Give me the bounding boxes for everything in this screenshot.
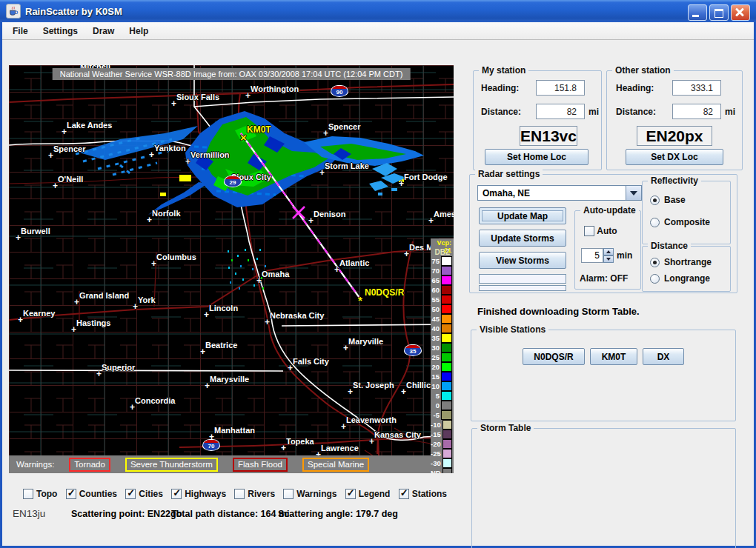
menu-settings[interactable]: Settings [36,24,85,39]
city-label: +Falls City [293,357,329,366]
city-name: St. Joseph [353,381,394,390]
layer-checkbox-highways[interactable]: Highways [171,489,226,499]
close-button[interactable] [731,4,750,21]
legend-value: 20 [431,363,440,371]
minimize-button[interactable] [688,4,707,21]
interstate-number: 90 [331,89,348,96]
legend-swatch [441,285,452,295]
station-label: *N0DQS/R [365,287,404,298]
update-map-button[interactable]: Update Map [479,207,566,224]
city-label: +Burwell [21,227,50,235]
spinner-down-icon[interactable] [603,255,614,263]
station-callsign: N0DQS/R [365,287,404,298]
legend-value: 10 [431,382,440,390]
city-name: Columbus [156,253,196,261]
checkbox-icon[interactable] [23,489,33,499]
city-label: +Manhattan [214,426,255,435]
spinner-up-icon[interactable] [603,248,614,255]
layer-checkbox-topo[interactable]: Topo [23,489,57,499]
visible-station-button-km0t[interactable]: KM0T [590,348,637,365]
radio-longrange[interactable]: Longrange [650,273,710,284]
city-label: +Concordia [135,396,175,405]
city-marker-icon: + [62,127,67,137]
checkbox-icon[interactable] [345,489,356,499]
other-grid-square[interactable]: EN20px [637,126,712,146]
city-name: Nebraska City [270,311,324,320]
city-name: Storm Lake [325,161,369,170]
layer-checkbox-counties[interactable]: Counties [66,489,117,499]
legend-swatch [441,324,452,333]
view-storms-button[interactable]: View Storms [479,252,566,269]
other-heading-label: Heading: [616,83,654,93]
layer-label: Warnings [296,489,336,499]
city-marker-icon: + [96,369,102,379]
city-label: +Leavenworth [346,415,397,424]
legend-value: ND [431,469,441,473]
layer-checkbox-cities[interactable]: Cities [125,489,163,499]
radar-map[interactable]: National Weather Service WSR-88D Image f… [9,65,454,473]
title-bar[interactable]: RainScatter by K0SM [0,0,756,22]
menu-draw[interactable]: Draw [85,24,122,39]
other-distance-field[interactable]: 82 [672,104,721,119]
checkbox-icon[interactable] [171,489,182,499]
legend-value: 35 [431,334,440,342]
radio-label: Shortrange [664,257,712,267]
radio-icon[interactable] [650,258,660,267]
set-dx-loc-button[interactable]: Set DX Loc [626,149,723,165]
checkbox-icon[interactable] [399,489,409,499]
other-heading-field[interactable]: 333.1 [672,80,721,96]
auto-checkbox[interactable] [584,226,594,236]
city-marker-icon: + [308,215,314,226]
city-label: +Kearney [23,309,55,318]
city-marker-icon: + [149,150,154,160]
spinner-arrows[interactable] [603,248,614,263]
city-label: +Yankton [154,144,186,153]
menu-file[interactable]: File [5,24,36,39]
legend-row: ND [431,468,453,473]
radio-composite[interactable]: Composite [650,217,710,227]
visible-station-button-dx[interactable]: DX [643,348,684,365]
interval-value[interactable]: 5 [581,248,603,263]
my-grid-square[interactable]: EN13vc [520,126,577,146]
radar-site-dropdown[interactable]: Omaha, NE [477,185,642,201]
radio-base[interactable]: Base [650,195,686,205]
legend-value: -25 [431,450,441,458]
storm-table-title: Storm Table [477,423,534,433]
legend-row: -20 [431,439,453,449]
legend-row: -15 [431,430,453,439]
legend-row: 60 [431,285,453,295]
my-heading-field[interactable]: 151.8 [536,80,585,96]
chevron-down-icon[interactable] [626,186,641,200]
set-home-loc-button[interactable]: Set Home Loc [485,149,588,165]
city-name: Superior [102,363,135,372]
city-label: +Sioux Falls [176,93,219,101]
radio-icon[interactable] [650,218,660,227]
legend-swatch [442,439,452,449]
interval-spinner[interactable]: 5 [581,248,614,263]
layer-checkbox-stations[interactable]: Stations [399,489,447,499]
city-marker-icon: + [133,301,138,312]
checkbox-icon[interactable] [234,489,245,499]
visible-stations-group: Visible Stations N0DQS/RKM0TDX [471,330,736,421]
legend-row: 35 [431,333,453,343]
legend-row: 45 [431,314,453,324]
layer-checkbox-legend[interactable]: Legend [345,489,391,499]
city-label: +Grand Island [79,291,129,300]
auto-checkbox-row[interactable]: Auto [584,226,617,236]
storm-table-group: Storm Table [471,428,736,548]
my-distance-field[interactable]: 82 [536,104,585,119]
layer-checkbox-warnings[interactable]: Warnings [283,489,336,499]
radio-icon[interactable] [650,196,660,205]
legend-swatch [441,266,452,275]
radio-icon[interactable] [650,274,660,284]
city-label: +Nebraska City [270,311,324,320]
visible-station-button-n0dqsr[interactable]: N0DQS/R [523,348,585,365]
update-storms-button[interactable]: Update Storms [479,230,566,247]
menu-help[interactable]: Help [122,24,156,39]
layer-checkbox-rivers[interactable]: Rivers [234,489,275,499]
checkbox-icon[interactable] [125,489,136,499]
radio-shortrange[interactable]: Shortrange [650,257,712,267]
maximize-button[interactable] [709,4,729,21]
checkbox-icon[interactable] [283,489,294,499]
checkbox-icon[interactable] [66,489,76,499]
